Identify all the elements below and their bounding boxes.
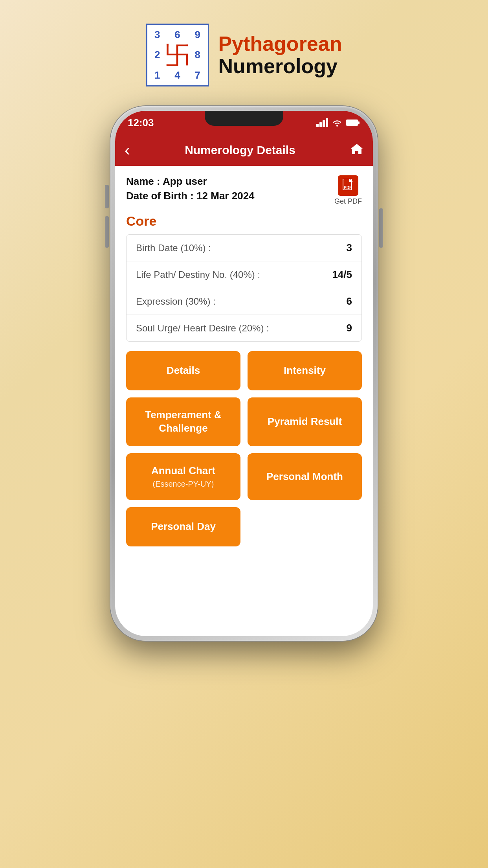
core-value-lifepath: 14/5: [332, 268, 352, 281]
svg-rect-3: [326, 118, 328, 127]
phone-outer: 12:03: [110, 106, 378, 641]
intensity-label: Intensity: [284, 364, 326, 377]
svg-point-4: [336, 125, 338, 127]
status-icons: [316, 118, 360, 127]
pdf-file-icon: PDF: [342, 179, 354, 192]
pdf-icon: PDF: [338, 175, 358, 196]
core-table: Birth Date (10%) : 3 Life Path/ Destiny …: [126, 234, 362, 342]
wifi-icon: [331, 118, 343, 127]
pyramid-label: Pyramid Result: [268, 415, 342, 428]
grid-num-7: 1: [147, 65, 167, 85]
power-button: [379, 208, 383, 248]
core-row-expression: Expression (30%) : 6: [127, 288, 361, 315]
action-buttons-grid: Details Intensity Temperament &Challenge…: [126, 351, 362, 546]
logo-text: Pythagorean Numerology: [218, 33, 342, 77]
signal-icon: [316, 118, 328, 127]
back-button[interactable]: ‹: [125, 141, 130, 160]
grid-num-2: 6: [167, 25, 187, 45]
core-label-expression: Expression (30%) :: [136, 296, 216, 307]
temperament-label: Temperament &Challenge: [145, 408, 222, 435]
notch: [205, 111, 283, 126]
svg-rect-1: [319, 122, 322, 127]
grid-num-8: 4: [167, 65, 187, 85]
core-label-soulurge: Soul Urge/ Heart Desire (20%) :: [136, 323, 269, 334]
details-label: Details: [167, 364, 200, 377]
volume-up-button: [105, 185, 109, 208]
battery-icon: [346, 119, 360, 126]
status-bar: 12:03: [115, 111, 373, 134]
home-icon: [350, 143, 363, 155]
logo-line2: Numerology: [218, 55, 342, 77]
core-section-title: Core: [126, 213, 362, 229]
grid-num-3: 9: [187, 25, 207, 45]
core-label-lifepath: Life Path/ Destiny No. (40%) :: [136, 269, 260, 280]
grid-num-9: 7: [187, 65, 207, 85]
annual-chart-button[interactable]: Annual Chart (Essence-PY-UY): [126, 453, 240, 500]
annual-chart-label: Annual Chart: [151, 464, 215, 478]
grid-num-5: [167, 45, 187, 65]
volume-down-button: [105, 216, 109, 248]
core-row-soulurge: Soul Urge/ Heart Desire (20%) : 9: [127, 315, 361, 341]
content-area: Name : App user Date of Birth : 12 Mar 2…: [115, 166, 373, 556]
user-dob: Date of Birth : 12 Mar 2024: [126, 190, 255, 202]
status-time: 12:03: [128, 117, 154, 129]
core-row-lifepath: Life Path/ Destiny No. (40%) : 14/5: [127, 261, 361, 288]
svg-text:PDF: PDF: [344, 186, 352, 190]
svg-rect-6: [358, 121, 360, 124]
app-header: ‹ Numerology Details: [115, 134, 373, 166]
home-button[interactable]: [350, 143, 363, 158]
pdf-label: Get PDF: [334, 197, 362, 206]
details-button[interactable]: Details: [126, 351, 240, 390]
temperament-button[interactable]: Temperament &Challenge: [126, 397, 240, 446]
logo-area: 3 6 9 2 8 1 4 7 卐 Pythagorean Numerology: [146, 24, 342, 86]
core-value-soulurge: 9: [347, 322, 352, 334]
user-name: Name : App user: [126, 175, 255, 188]
grid-num-1: 3: [147, 25, 167, 45]
grid-num-6: 8: [187, 45, 207, 65]
svg-rect-2: [323, 120, 325, 127]
user-info-text: Name : App user Date of Birth : 12 Mar 2…: [126, 175, 255, 202]
pdf-button[interactable]: PDF Get PDF: [334, 175, 362, 206]
phone-inner: 12:03: [115, 111, 373, 636]
page-title: Numerology Details: [185, 143, 295, 157]
grid-num-4: 2: [147, 45, 167, 65]
personal-day-label: Personal Day: [151, 520, 216, 533]
logo-box: 3 6 9 2 8 1 4 7 卐: [146, 24, 209, 86]
personal-month-label: Personal Month: [266, 470, 343, 484]
intensity-button[interactable]: Intensity: [248, 351, 362, 390]
user-info-row: Name : App user Date of Birth : 12 Mar 2…: [126, 175, 362, 206]
personal-month-button[interactable]: Personal Month: [248, 453, 362, 500]
personal-day-button[interactable]: Personal Day: [126, 507, 240, 546]
logo-line1: Pythagorean: [218, 33, 342, 55]
svg-rect-5: [346, 120, 358, 125]
phone-mockup: 12:03: [110, 106, 378, 641]
core-value-expression: 6: [347, 295, 352, 307]
core-row-birthdate: Birth Date (10%) : 3: [127, 235, 361, 261]
core-label-birthdate: Birth Date (10%) :: [136, 243, 211, 254]
svg-rect-0: [316, 124, 319, 127]
pyramid-button[interactable]: Pyramid Result: [248, 397, 362, 446]
core-value-birthdate: 3: [347, 242, 352, 254]
annual-chart-sublabel: (Essence-PY-UY): [153, 479, 214, 489]
